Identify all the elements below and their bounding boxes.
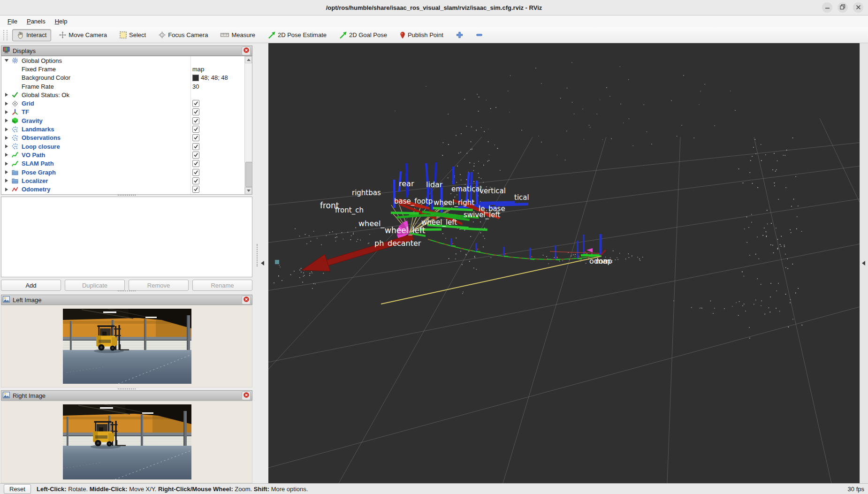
menu-item-file[interactable]: File [3, 16, 22, 26]
right-image-panel-header[interactable]: Right Image [1, 390, 252, 401]
add-button[interactable]: Add [1, 280, 61, 291]
scrollbar-thumb[interactable] [245, 162, 252, 187]
collapse-right-icon[interactable] [862, 261, 865, 266]
display-row-background-color[interactable]: Background Color48; 48; 48 [1, 74, 252, 82]
svg-text:swivel_left: swivel_left [464, 211, 500, 220]
display-row-gravity[interactable]: Gravity [1, 116, 252, 125]
reset-button[interactable]: Reset [4, 484, 31, 494]
display-row-fixed-frame[interactable]: Fixed Framemap [1, 65, 252, 73]
toolbar-drag-handle[interactable] [3, 30, 8, 40]
property-value[interactable]: 48; 48; 48 [201, 74, 228, 81]
tool-plus-icon[interactable] [451, 29, 468, 41]
display-row-value-cell: map [192, 66, 204, 73]
left-image-panel-header[interactable]: Left Image [1, 295, 252, 305]
displays-tree[interactable]: Global OptionsFixed FramemapBackground C… [1, 56, 252, 195]
left-image-close-button[interactable] [242, 296, 251, 304]
svg-text:front_ch: front_ch [335, 206, 364, 215]
panel-splitter-handle[interactable] [118, 290, 136, 291]
tool-focus-camera[interactable]: Focus Camera [154, 29, 213, 41]
restore-button[interactable] [838, 2, 848, 13]
menu-item-help[interactable]: Help [50, 16, 72, 26]
left-camera-image [63, 309, 191, 384]
visibility-checkbox[interactable] [192, 126, 199, 133]
display-row-odometry[interactable]: Odometry [1, 185, 252, 193]
property-value[interactable]: map [192, 66, 204, 73]
svg-text:wheel_left: wheel_left [385, 226, 426, 236]
display-row-tf[interactable]: TF [1, 108, 252, 116]
display-row-label: Background Color [22, 74, 70, 81]
visibility-checkbox[interactable] [192, 134, 199, 141]
display-row-value-cell [192, 126, 199, 133]
tool-2d-goal-pose[interactable]: 2D Goal Pose [335, 29, 392, 41]
expander-icon[interactable] [4, 119, 9, 122]
display-row-loop-closure[interactable]: Loop closure [1, 142, 252, 151]
panel-splitter[interactable] [253, 43, 268, 483]
display-row-label: SLAM Path [22, 160, 54, 167]
visibility-checkbox[interactable] [192, 186, 199, 193]
tool-2d-pose-estimate[interactable]: 2D Pose Estimate [263, 29, 331, 41]
image-icon [3, 392, 10, 400]
expander-icon[interactable] [4, 144, 9, 148]
expander-icon[interactable] [4, 110, 9, 114]
right-panel-splitter[interactable] [860, 43, 868, 483]
visibility-checkbox[interactable] [192, 194, 199, 195]
display-row-localizer[interactable]: Localizer [1, 176, 252, 185]
right-image-close-button[interactable] [242, 391, 251, 400]
visibility-checkbox[interactable] [192, 160, 199, 167]
tree-scrollbar[interactable] [244, 56, 252, 194]
help-key: Left-Click: [37, 486, 67, 493]
tool-publish-point[interactable]: Publish Point [395, 29, 448, 41]
tool-select[interactable]: Select [115, 29, 151, 41]
expander-icon[interactable] [4, 128, 9, 131]
tool-measure[interactable]: Measure [216, 29, 260, 41]
left-image-title: Left Image [13, 296, 41, 304]
expander-icon[interactable] [4, 102, 9, 106]
display-row-vo-path[interactable]: VO Path [1, 151, 252, 159]
splitter-grip[interactable] [257, 244, 258, 266]
scroll-up-button[interactable] [245, 56, 252, 63]
expander-icon[interactable] [4, 93, 9, 97]
display-row-grid[interactable]: Grid [1, 99, 252, 107]
display-row-frame-rate[interactable]: Frame Rate30 [1, 82, 252, 91]
displays-panel-header[interactable]: Displays [1, 46, 252, 56]
3d-viewport[interactable]: rightbasrearlidarematicalverticalticalfr… [268, 43, 860, 483]
display-row-global-options[interactable]: Global Options [1, 56, 252, 65]
visibility-checkbox[interactable] [192, 108, 199, 115]
tool-move-camera[interactable]: Move Camera [54, 29, 112, 41]
tool-interact[interactable]: Interact [12, 29, 51, 41]
minimize-button[interactable] [822, 2, 832, 13]
axes-icon [11, 109, 19, 115]
display-row-observations[interactable]: Observations [1, 134, 252, 142]
display-row-pose-graph[interactable]: Pose Graph [1, 168, 252, 176]
visibility-checkbox[interactable] [192, 152, 199, 159]
menu-item-panels[interactable]: Panels [22, 16, 50, 26]
expander-icon[interactable] [4, 59, 9, 62]
property-value[interactable]: 30 [192, 83, 199, 90]
color-swatch[interactable] [192, 75, 199, 81]
expander-icon[interactable] [4, 179, 9, 182]
window-title: /opt/ros/humble/share/isaac_ros_visual_s… [326, 4, 542, 11]
scroll-down-button[interactable] [245, 187, 252, 194]
svg-text:wheel_right: wheel_right [434, 198, 474, 207]
expander-icon[interactable] [4, 162, 9, 166]
visibility-checkbox[interactable] [192, 169, 199, 176]
close-button[interactable] [853, 2, 863, 13]
panel-splitter-handle-2[interactable] [118, 388, 136, 389]
expander-icon[interactable] [4, 136, 9, 140]
display-row-landmarks[interactable]: Landmarks [1, 125, 252, 133]
visibility-checkbox[interactable] [192, 100, 199, 107]
display-row-label: Grid [22, 100, 34, 107]
expander-icon[interactable] [4, 170, 9, 174]
tree-splitter-handle[interactable] [118, 195, 136, 196]
expander-icon[interactable] [4, 188, 9, 191]
tool-minus-icon[interactable] [471, 29, 487, 41]
display-row-global-status-ok[interactable]: Global Status: Ok [1, 91, 252, 99]
collapse-left-icon[interactable] [261, 261, 264, 266]
visibility-checkbox[interactable] [192, 117, 199, 124]
help-key: Middle-Click: [90, 486, 128, 493]
visibility-checkbox[interactable] [192, 177, 199, 184]
display-row-slam-path[interactable]: SLAM Path [1, 160, 252, 168]
displays-close-button[interactable] [242, 46, 251, 55]
visibility-checkbox[interactable] [192, 143, 199, 150]
expander-icon[interactable] [4, 153, 9, 157]
